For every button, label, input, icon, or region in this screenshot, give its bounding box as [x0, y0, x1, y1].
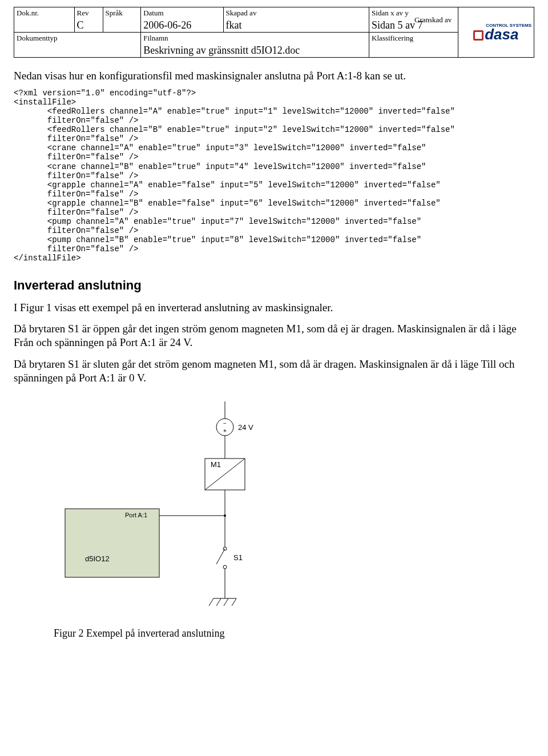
logo-icon — [473, 30, 483, 41]
svg-line-19 — [224, 598, 228, 606]
svg-line-20 — [232, 598, 236, 606]
label-doknr: Dok.nr. — [14, 7, 75, 19]
svg-point-14 — [223, 565, 227, 569]
label-datum: Datum — [141, 7, 223, 19]
device-label: d5IO12 — [85, 554, 110, 563]
port-label: Port A:1 — [125, 512, 147, 518]
figure-caption: Figur 2 Exempel på inverterad anslutning — [54, 628, 534, 640]
xml-config-block: <?xml version="1.0" encoding="utf-8"?> <… — [14, 89, 534, 263]
circuit-svg: − + 24 V M1 Port A:1 d5IO12 S1 — [54, 401, 339, 618]
switch-label: S1 — [233, 553, 243, 562]
label-sprak: Språk — [103, 7, 141, 19]
svg-line-17 — [209, 598, 213, 606]
paragraph-1: I Figur 1 visas ett exempel på en invert… — [14, 301, 534, 315]
logo-text: dasa — [485, 26, 518, 43]
magnet-label: M1 — [211, 460, 221, 469]
svg-text:+: + — [223, 428, 227, 434]
label-rev: Rev — [74, 7, 103, 19]
company-logo: dasa — [473, 26, 518, 43]
label-sidan: Sidan x av y — [369, 7, 458, 19]
svg-rect-9 — [65, 509, 159, 577]
paragraph-3: Då brytaren S1 är sluten går det ström g… — [14, 357, 534, 385]
intro-paragraph: Nedan visas hur en konfigurationsfil med… — [14, 69, 534, 83]
svg-text:−: − — [223, 420, 227, 427]
voltage-label: 24 V — [238, 423, 253, 432]
circuit-diagram: − + 24 V M1 Port A:1 d5IO12 S1 — [54, 401, 534, 621]
paragraph-2: Då brytaren S1 är öppen går det ingen st… — [14, 322, 534, 349]
svg-line-18 — [216, 598, 221, 606]
section-heading: Inverterad anslutning — [14, 278, 534, 293]
label-skapad: Skapad av — [223, 7, 369, 19]
svg-line-13 — [216, 549, 225, 564]
